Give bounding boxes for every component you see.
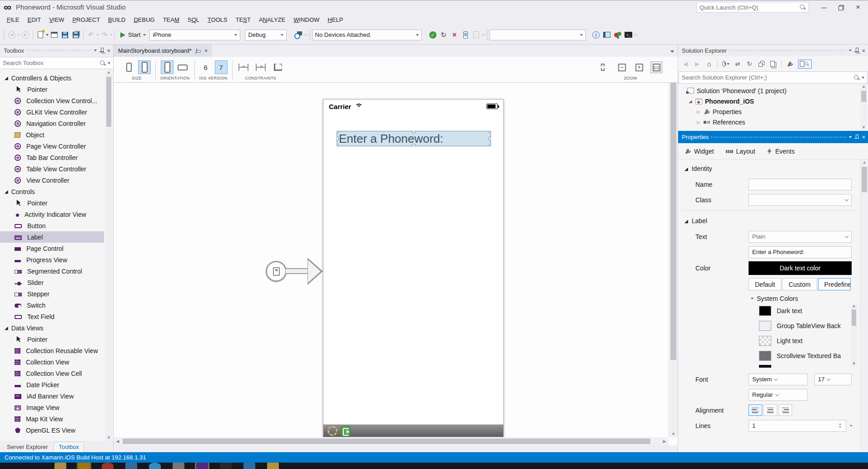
expanded-icon[interactable]: ◢ [688,99,693,104]
class-combobox[interactable] [749,194,852,206]
menu-item-sql[interactable]: SQL [184,15,203,25]
align-right-button[interactable] [779,404,792,416]
properties-header[interactable]: Properties × [678,131,868,143]
color-mode-default-button[interactable]: Default [749,278,781,290]
editor-vertical-scrollbar[interactable]: ▼ [669,83,678,437]
taskbar-icon[interactable] [173,463,184,469]
pin-icon[interactable] [854,48,859,53]
toolbox-item-pointer[interactable]: Pointer [0,84,104,95]
label-text-input[interactable] [752,249,848,255]
toolbar-grip[interactable] [3,30,5,40]
tree-node-references[interactable]: ▷References [680,117,859,127]
search-icon[interactable] [853,75,860,81]
taskbar-icon[interactable] [125,463,137,469]
pin-icon[interactable] [99,48,104,53]
properties-wrench-icon[interactable] [786,60,794,68]
frame-constraint-button[interactable] [272,60,284,74]
quick-launch-box[interactable] [696,2,809,13]
menu-item-debug[interactable]: DEBUG [129,15,159,25]
toolbar-grip[interactable] [486,30,488,40]
overflow-icon[interactable]: ─ [304,32,307,37]
scroll-left-icon[interactable]: ◀ [114,439,122,444]
taskbar-icon[interactable] [55,463,66,469]
scroll-up-icon[interactable]: ▲ [860,85,867,89]
toolbox-item-table-view-controller[interactable]: Table View Controller [0,163,104,175]
solution-search[interactable] [679,71,868,84]
resize-handle[interactable] [489,131,491,133]
taskbar-icon[interactable] [102,463,114,469]
align-left-button[interactable] [749,404,762,416]
toolbox-item-pointer[interactable]: Pointer [0,197,104,209]
taskbar-icon[interactable] [78,463,90,469]
close-tab-icon[interactable]: × [204,48,208,54]
feedback-button[interactable] [612,29,623,41]
menu-item-build[interactable]: BUILD [104,15,129,25]
color-swatch-button[interactable]: Dark text color [749,261,852,275]
toolbox-section-data-views[interactable]: ◢Data Views [0,322,104,334]
overflow-icon[interactable]: ─ [482,32,485,37]
system-colors-scrollbar[interactable]: ▲ ▼ [851,303,857,367]
home-icon[interactable]: ⌂ [705,60,713,68]
text-style-combobox[interactable]: Plain [749,231,852,243]
tree-node-solution-phoneword-1-project-[interactable]: Solution 'Phoneword' (1 project) [680,85,859,96]
collapsed-icon[interactable]: ▷ [696,120,701,125]
name-field[interactable] [749,179,852,190]
menu-item-project[interactable]: PROJECT [68,15,104,25]
scrollbar-thumb[interactable] [123,439,650,444]
zoom-fit-button[interactable] [599,61,610,73]
scroll-down-icon[interactable]: ▼ [669,432,678,436]
solution-explorer-header[interactable]: Solution Explorer × [678,45,868,56]
menu-item-window[interactable]: WINDOW [289,15,323,25]
toolbox-item-stepper[interactable]: Stepper [0,288,104,299]
size-phone-button[interactable] [123,60,135,74]
menu-item-analyze[interactable]: ANALYZE [255,15,289,25]
view-controller-icon[interactable] [328,426,337,435]
zoom-out-button[interactable]: − [616,61,628,73]
resize-handle[interactable] [412,144,416,146]
identity-section-header[interactable]: ◢Identity [678,160,860,175]
close-icon[interactable]: × [107,48,110,54]
tab-mainstoryboard[interactable]: MainStoryboard.storyboard* × [114,45,212,57]
taskbar-icon[interactable] [196,463,208,469]
validate-button[interactable]: ✓ [427,29,438,41]
menu-item-team[interactable]: TEAM [159,15,184,25]
scroll-up-icon[interactable]: ▲ [861,160,868,165]
scroll-right-icon[interactable]: ▶ [660,439,669,444]
toolbox-item-page-control[interactable]: Page Control [0,243,104,254]
scroll-up-icon[interactable]: ▲ [851,304,857,308]
text-value-field[interactable] [749,246,852,258]
command-window-button[interactable]: >_ [623,29,634,41]
entry-point-circle[interactable] [266,261,287,282]
lines-stepper[interactable]: ▲▼ [749,420,846,432]
pin-tab-icon[interactable] [195,49,201,53]
toolbox-header[interactable]: Toolbox × [0,45,113,56]
menu-item-tools[interactable]: TOOLS [203,15,232,25]
search-icon[interactable] [99,60,106,66]
scrollbar-thumb[interactable] [862,167,867,192]
taskbar-icon[interactable] [243,463,255,469]
tab-widget[interactable]: Widget [684,148,714,155]
search-icon[interactable] [799,4,806,10]
toolbox-item-object[interactable]: Object [0,129,104,140]
tab-list-dropdown[interactable] [667,47,678,57]
minimize-button[interactable]: — [819,4,828,11]
toolbox-item-pointer[interactable]: Pointer [0,334,104,345]
window-position-icon[interactable] [849,136,852,138]
font-weight-combobox[interactable]: Regular [749,389,808,401]
system-color-group-tableview-back[interactable]: Group TableView Back [759,318,860,333]
toolbox-item-collection-view[interactable]: Collection View [0,356,104,368]
empty-combobox[interactable] [490,30,586,40]
ide-window-button[interactable] [601,29,612,41]
search-options-icon[interactable] [862,77,864,79]
solution-search-input[interactable] [682,74,853,81]
refresh-icon[interactable]: ↻ [746,60,753,68]
scrollbar-thumb[interactable] [106,77,111,127]
scrollbar-thumb[interactable] [852,309,856,326]
undo-button[interactable]: ↶ [85,29,96,41]
toolbox-item-slider[interactable]: Slider [0,277,104,288]
toolbox-item-collection-view-cell[interactable]: Collection View Cell [0,368,104,379]
scrollbar-thumb[interactable] [670,83,676,360]
system-color-scrollview-textured-ba[interactable]: Scrollview Textured Ba [759,348,860,363]
bottom-tab-toolbox[interactable]: Toolbox [54,442,84,452]
switch-views-icon[interactable]: ⇄ [734,60,741,68]
